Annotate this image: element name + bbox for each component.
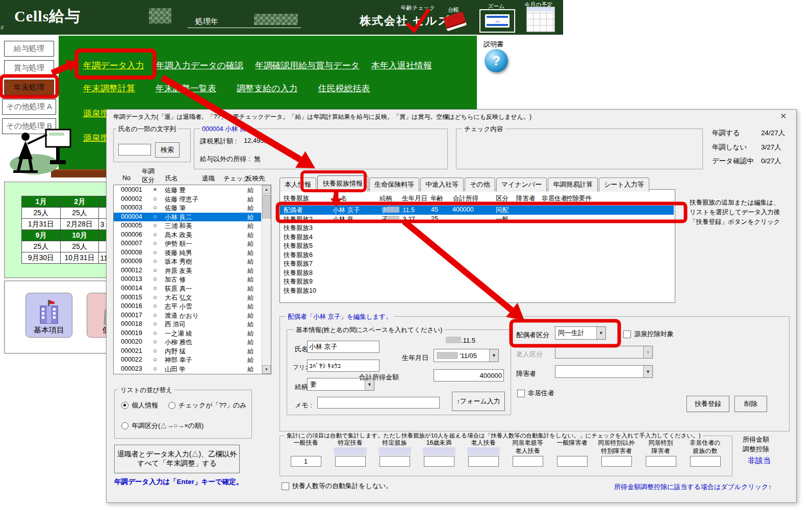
employee-list-item[interactable]: 000009 ○ 坂本 秀樹 給 xyxy=(114,257,261,266)
employee-list-item[interactable]: 000004 ○ 小林 良二 給 xyxy=(114,213,261,222)
summary-count-input[interactable] xyxy=(557,456,588,467)
dependent-row[interactable]: 扶養親族5 xyxy=(280,241,674,250)
list-scrollbar[interactable]: ▲ ▼ xyxy=(262,185,271,374)
bulk-yearend-button[interactable]: 退職者とデータ未入力(△)、乙欄以外 すべて「年末調整」する xyxy=(114,445,240,473)
family-header-age: 年齢 xyxy=(430,194,443,203)
menu-link[interactable]: 年調確認用給与賞与データ xyxy=(255,60,360,71)
income-adjustment-status[interactable]: 非該当 xyxy=(748,456,771,466)
tab[interactable]: 扶養親族情報 xyxy=(317,175,368,192)
sidebar-item-yearend[interactable]: 年末処理 xyxy=(4,80,54,95)
sidebar-item-bonus[interactable]: 賞与処理 xyxy=(4,60,54,76)
menu-link[interactable]: 年末調整一覧表 xyxy=(156,83,216,94)
scroll-up-icon[interactable]: ▲ xyxy=(262,185,271,194)
zoom-tool-icon[interactable]: ↔ xyxy=(479,9,515,33)
employee-list-item[interactable]: 000003 ○ 佐藤 筆 給 xyxy=(114,203,261,213)
delete-button[interactable]: 削除 xyxy=(734,396,767,412)
total-income-input[interactable] xyxy=(434,369,504,381)
sidebar-item-salary[interactable]: 給与処理 xyxy=(4,41,54,57)
scroll-down-icon[interactable]: ▼ xyxy=(262,365,271,374)
dependent-row[interactable]: 扶養親族3 xyxy=(280,223,674,233)
disabled-person-select[interactable]: ▼ xyxy=(555,365,653,378)
tab[interactable]: その他 xyxy=(465,177,495,192)
tab[interactable]: 本人情報 xyxy=(280,177,316,192)
employee-list-item[interactable]: 000022 ○ 神部 幸子 給 xyxy=(114,355,261,365)
employee-list-item[interactable]: 000005 ○ 三浦 和美 給 xyxy=(114,221,261,231)
summary-count-input[interactable] xyxy=(335,456,366,467)
search-button[interactable]: 検索 xyxy=(155,142,180,158)
employee-list-item[interactable]: 000017 ○ 渡邉 かおり 給 xyxy=(114,311,261,320)
employee-list-item[interactable]: 000015 ○ 大石 弘文 給 xyxy=(114,293,261,302)
name-input[interactable] xyxy=(307,341,379,353)
sidebar-item-other-a[interactable]: その他処理 A xyxy=(2,99,56,115)
employee-list-item[interactable]: 000006 ○ 髙木 政美 給 xyxy=(114,231,261,240)
withholding-checkbox[interactable]: 源泉控除対象 xyxy=(623,329,674,339)
menu-link[interactable]: 調整支給の入力 xyxy=(237,83,297,94)
summary-count-input[interactable] xyxy=(379,456,410,467)
total-income-label: 合計所得金額 xyxy=(359,373,399,382)
employee-list[interactable]: 000001 × 佐藤 豊 給 000002 ○ 佐藤 理恵子 給 000003… xyxy=(113,185,271,374)
menu-link-gensen-1[interactable]: 源泉徴 xyxy=(83,108,109,119)
dependent-row[interactable]: 扶養親族4 xyxy=(280,233,674,242)
menu-link[interactable]: 年調入力データの確認 xyxy=(156,60,243,71)
dependent-row[interactable]: 扶養親族10 xyxy=(280,286,674,295)
sort-option-personal[interactable]: 個人情報 xyxy=(121,401,158,410)
employee-list-item[interactable]: 000007 ○ 伊勢 順一 給 xyxy=(114,239,261,248)
tab[interactable]: 中途入社等 xyxy=(420,177,464,192)
summary-count-input[interactable] xyxy=(291,456,321,467)
employee-list-item[interactable]: 000012 ○ 井原 友美 給 xyxy=(114,266,261,275)
dependent-row[interactable]: 扶養親族2 小林 葵 子 .3.27 25 一般 xyxy=(280,215,674,224)
calendar-icon[interactable] xyxy=(526,7,555,32)
employee-list-item[interactable]: 000021 ○ 内野 猛 給 xyxy=(114,347,261,356)
tab[interactable]: 年調簡易計算 xyxy=(548,177,598,192)
close-icon[interactable]: × xyxy=(780,110,786,122)
employee-list-item[interactable]: 000018 ○ 西 浩司 給 xyxy=(114,320,261,329)
kana-input[interactable] xyxy=(307,360,379,372)
employee-list-item[interactable]: 000019 ○ 一之瀬 綾 給 xyxy=(114,329,261,338)
nonresident-checkbox[interactable]: 非居住者 xyxy=(517,389,554,398)
memo-input[interactable] xyxy=(317,397,440,409)
help-question-icon[interactable]: ? xyxy=(485,49,508,72)
no-auto-sum-checkbox[interactable]: 扶養人数等の自動集計をしない。 xyxy=(282,481,393,491)
menu-link[interactable]: 年調データ入力 xyxy=(83,60,144,71)
name-search-input[interactable] xyxy=(118,144,151,156)
register-dependent-button[interactable]: 扶養登録 xyxy=(687,396,729,412)
summary-count-input[interactable] xyxy=(690,456,721,467)
summary-count-input[interactable] xyxy=(468,456,499,467)
tab[interactable]: マイナンバー xyxy=(496,177,547,192)
spouse-kubun-select[interactable]: 同一生計▼ xyxy=(555,326,606,340)
dependent-row[interactable]: 扶養親族9 xyxy=(280,277,674,286)
employee-list-item[interactable]: 000008 ○ 後藤 純男 給 xyxy=(114,248,261,258)
basic-items-button[interactable]: 基本項目 xyxy=(26,293,72,338)
list-header-name: 氏名 xyxy=(165,174,178,183)
family-header-income: 合計所得 xyxy=(453,194,478,203)
employee-list-item[interactable]: 000001 × 佐藤 豊 給 xyxy=(114,186,261,195)
tab[interactable]: シート入力等 xyxy=(599,177,649,192)
employee-list-item[interactable]: 000016 ○ 志平 小雪 給 xyxy=(114,302,261,311)
employee-list-item[interactable]: 000014 ○ 荻原 真一 給 xyxy=(114,284,261,293)
summary-count-input[interactable] xyxy=(646,456,676,467)
menu-link-gensen-2[interactable]: 源泉徴 xyxy=(83,132,109,144)
scrollbar-thumb[interactable] xyxy=(262,195,271,218)
elder-kubun-label: 老人区分 xyxy=(516,350,543,359)
app-logo: Cells給与 xyxy=(14,6,81,27)
menu-link[interactable]: 年末調整計算 xyxy=(83,83,135,94)
menu-link[interactable]: 本年入退社情報 xyxy=(371,60,432,71)
summary-count-input[interactable] xyxy=(601,456,632,467)
birthdate-select[interactable]: '11/05▼ xyxy=(434,349,499,362)
tab[interactable]: 生命保険料等 xyxy=(369,177,419,192)
form-entry-button[interactable]: ↑フォーム入力 xyxy=(452,392,505,411)
summary-count-input[interactable] xyxy=(424,456,454,467)
other-income-label: 給与以外の所得 : xyxy=(200,155,250,164)
sort-option-kubun[interactable]: 年調区分(△→○→×の順) xyxy=(121,421,204,430)
employee-list-item[interactable]: 000020 ○ 小柳 雅也 給 xyxy=(114,338,261,347)
dependent-row[interactable]: 扶養親族7 xyxy=(280,259,674,268)
sort-option-check-only[interactable]: チェックが「??」のみ xyxy=(168,401,247,410)
employee-list-item[interactable]: 000013 ○ 加古 修 給 xyxy=(114,275,261,284)
menu-link[interactable]: 住民税総括表 xyxy=(318,83,370,94)
summary-count-input[interactable] xyxy=(513,456,543,467)
dependent-row[interactable]: 扶養親族8 xyxy=(280,268,674,277)
employee-list-item[interactable]: 000023 ○ 山田 学 給 xyxy=(114,365,261,374)
dependent-row[interactable]: 扶養親族6 xyxy=(280,250,674,260)
employee-list-item[interactable]: 000002 ○ 佐藤 理恵子 給 xyxy=(114,195,261,204)
dependent-row[interactable]: 配偶者 小林 京子 妻 .11.5 45 400000 同配 xyxy=(280,206,674,215)
